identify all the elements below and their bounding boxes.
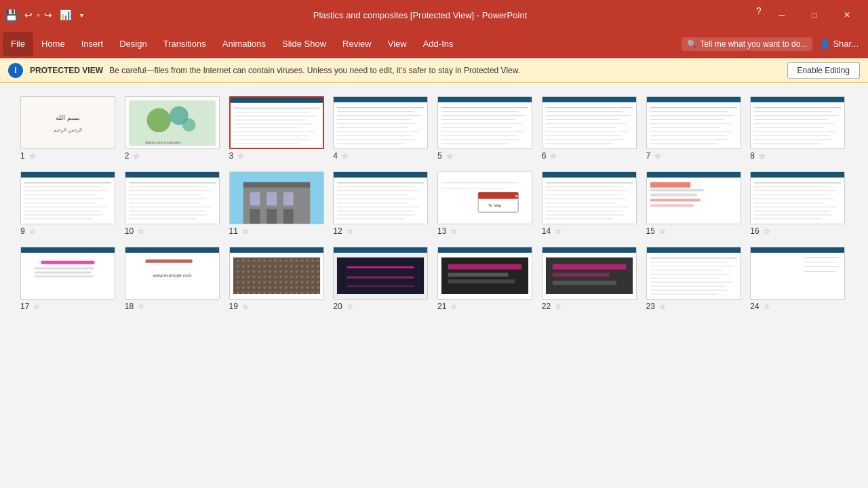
- undo-redo-group: ↩ ▾ ↪: [22, 8, 55, 22]
- slide-star-11[interactable]: ☆: [242, 227, 249, 236]
- slide-item-14[interactable]: 14☆: [542, 171, 639, 236]
- slide-star-24[interactable]: ☆: [764, 302, 770, 311]
- redo-button[interactable]: ↪: [41, 8, 55, 22]
- menu-slideshow[interactable]: Slide Show: [274, 32, 334, 56]
- svg-rect-176: [230, 247, 323, 253]
- slide-star-17[interactable]: ☆: [33, 302, 40, 311]
- minimize-button[interactable]: ─: [766, 5, 797, 25]
- person-icon: 👤: [819, 39, 830, 49]
- svg-rect-173: [145, 260, 192, 263]
- svg-rect-152: [650, 204, 693, 207]
- menu-design[interactable]: Design: [111, 32, 155, 56]
- slide-star-9[interactable]: ☆: [29, 227, 36, 236]
- menu-animations[interactable]: Animations: [214, 32, 274, 56]
- slide-item-1[interactable]: بسم الله الرحمن الرحيم 1☆: [20, 96, 118, 161]
- slide-star-2[interactable]: ☆: [133, 152, 140, 161]
- slide-star-8[interactable]: ☆: [759, 152, 766, 161]
- slide-star-1[interactable]: ☆: [29, 152, 36, 161]
- slide-item-13[interactable]: ✕ To help 13☆: [437, 171, 535, 236]
- slide-meta-4: 4☆: [333, 151, 431, 161]
- slide-number-17: 17: [20, 302, 29, 311]
- slide-star-21[interactable]: ☆: [450, 302, 457, 311]
- slide-meta-13: 13☆: [437, 226, 535, 236]
- slide-meta-2: 2☆: [125, 151, 222, 161]
- slide-meta-20: 20☆: [333, 302, 431, 311]
- slide-item-21[interactable]: 21☆: [437, 247, 535, 311]
- slide-grid-area: بسم الله الرحمن الرحيم 1☆ plastics and c…: [0, 83, 868, 488]
- slide-item-24[interactable]: 24☆: [750, 247, 848, 311]
- slide-star-12[interactable]: ☆: [347, 227, 353, 236]
- slide-item-2[interactable]: plastics and composites 2☆: [125, 96, 222, 161]
- slide-thumbnail-15: [646, 171, 741, 224]
- title-bar-icons: 💾 ↩ ▾ ↪ 📊 ▾: [5, 8, 87, 22]
- customize-button[interactable]: ▾: [75, 9, 87, 21]
- slide-item-15[interactable]: 15☆: [646, 171, 744, 236]
- slide-item-12[interactable]: 12☆: [333, 171, 431, 236]
- slide-item-3[interactable]: 3☆: [229, 96, 327, 161]
- menu-insert[interactable]: Insert: [73, 32, 112, 56]
- slide-thumbnail-17: [20, 247, 115, 300]
- slide-thumbnail-23: [646, 247, 741, 300]
- slide-item-17[interactable]: 17☆: [20, 247, 118, 311]
- slide-thumbnail-13: ✕ To help: [437, 171, 532, 224]
- slide-item-20[interactable]: 20☆: [333, 247, 431, 311]
- slide-meta-22: 22☆: [542, 302, 639, 311]
- slide-item-5[interactable]: 5☆: [437, 96, 535, 161]
- slide-item-6[interactable]: 6☆: [542, 96, 639, 161]
- slide-meta-1: 1☆: [20, 151, 118, 161]
- slide-star-13[interactable]: ☆: [450, 227, 457, 236]
- slide-star-10[interactable]: ☆: [138, 227, 144, 236]
- slide-item-23[interactable]: 23☆: [646, 247, 744, 311]
- slide-item-4[interactable]: 4☆: [333, 96, 431, 161]
- maximize-button[interactable]: □: [799, 5, 830, 25]
- slide-item-22[interactable]: 22☆: [542, 247, 639, 311]
- menu-view[interactable]: View: [380, 32, 415, 56]
- slide-item-11[interactable]: 11☆: [229, 171, 327, 236]
- slide-star-20[interactable]: ☆: [347, 302, 353, 311]
- slide-star-3[interactable]: ☆: [237, 152, 244, 161]
- slide-thumbnail-22: [542, 247, 637, 300]
- slide-item-8[interactable]: 8☆: [750, 96, 848, 161]
- search-bar[interactable]: 🔍 Tell me what you want to do...: [682, 37, 812, 51]
- slide-star-6[interactable]: ☆: [550, 152, 557, 161]
- slide-item-7[interactable]: 7☆: [646, 96, 744, 161]
- enable-editing-button[interactable]: Enable Editing: [787, 62, 860, 79]
- slide-star-4[interactable]: ☆: [342, 152, 349, 161]
- svg-rect-167: [41, 261, 95, 264]
- slide-item-9[interactable]: 9☆: [20, 171, 118, 236]
- protected-view-message: Be careful—files from the Internet can c…: [109, 66, 520, 75]
- slide-item-16[interactable]: 16☆: [750, 171, 848, 236]
- slide-star-19[interactable]: ☆: [242, 302, 249, 311]
- slide-meta-3: 3☆: [229, 151, 327, 161]
- slide-star-5[interactable]: ☆: [446, 152, 453, 161]
- close-button[interactable]: ✕: [831, 5, 863, 25]
- svg-rect-181: [334, 247, 427, 253]
- menu-transitions[interactable]: Transitions: [155, 32, 214, 56]
- slide-star-7[interactable]: ☆: [654, 152, 661, 161]
- help-icon[interactable]: ?: [753, 5, 765, 17]
- slide-item-18[interactable]: www.example.com 18☆: [125, 247, 222, 311]
- share-button[interactable]: 👤 Shar...: [812, 36, 865, 52]
- undo-button[interactable]: ↩: [22, 8, 35, 22]
- slide-item-19[interactable]: 19☆: [229, 247, 327, 311]
- svg-rect-191: [448, 279, 515, 283]
- slide-meta-19: 19☆: [229, 302, 327, 311]
- slide-number-23: 23: [646, 302, 655, 311]
- menu-file[interactable]: File: [3, 32, 33, 56]
- slide-meta-11: 11☆: [229, 226, 327, 236]
- slide-star-23[interactable]: ☆: [659, 302, 666, 311]
- menu-home[interactable]: Home: [33, 32, 73, 56]
- slide-thumbnail-7: [646, 96, 741, 149]
- slide-star-18[interactable]: ☆: [138, 302, 144, 311]
- slide-star-16[interactable]: ☆: [764, 227, 770, 236]
- slide-item-10[interactable]: 10☆: [125, 171, 222, 236]
- presentation-view-button[interactable]: 📊: [59, 9, 71, 21]
- slide-star-22[interactable]: ☆: [555, 302, 561, 311]
- menu-review[interactable]: Review: [334, 32, 380, 56]
- slide-star-15[interactable]: ☆: [659, 227, 666, 236]
- save-button[interactable]: 💾: [5, 9, 18, 21]
- slide-star-14[interactable]: ☆: [555, 227, 561, 236]
- svg-rect-149: [650, 189, 703, 192]
- undo-dropdown[interactable]: ▾: [37, 12, 40, 19]
- menu-addins[interactable]: Add-Ins: [415, 32, 462, 56]
